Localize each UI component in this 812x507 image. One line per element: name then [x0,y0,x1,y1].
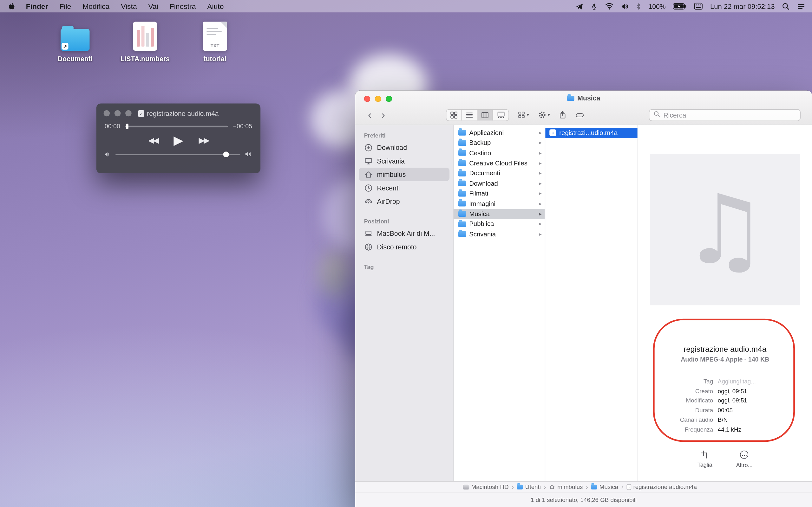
battery-icon[interactable] [673,3,687,9]
folder-row-download[interactable]: Download▶ [454,178,545,188]
icon-view-button[interactable] [446,109,462,120]
menu-item-file[interactable]: File [54,0,77,12]
folder-icon [458,140,466,146]
path-item-utenti[interactable]: Utenti [517,484,541,490]
trim-action-button[interactable]: Taglia [698,450,712,468]
more-action-button[interactable]: … Altro... [736,450,753,468]
bluetooth-icon[interactable] [636,2,641,10]
sidebar-item-label: Recenti [377,184,400,191]
desktop-icon-label: tutorial [204,55,226,62]
path-separator: › [512,483,514,491]
folder-icon [458,191,466,196]
group-by-button[interactable]: ▾ [518,111,529,118]
wifi-icon[interactable] [605,3,614,10]
sidebar-item-mimbulus[interactable]: mimbulus [359,168,450,181]
field-value-modificato: oggi, 09:51 [718,396,812,405]
desktop-icon-documenti[interactable]: ↗ Documenti [49,20,101,62]
spotlight-search-icon[interactable] [782,2,790,10]
folder-row-cestino[interactable]: Cestino▶ [454,148,545,158]
search-input[interactable] [663,111,796,118]
volume-low-icon[interactable] [105,150,111,159]
playhead[interactable] [126,123,129,129]
player-minimize-button[interactable] [114,110,121,117]
folder-name: Immagini [469,200,496,208]
folder-row-documenti[interactable]: Documenti▶ [454,168,545,178]
volume-row [105,150,252,159]
volume-icon[interactable] [621,3,629,9]
folder-name: Scrivania [469,231,496,238]
remaining-time: −00:05 [233,123,252,130]
window-header: Musica ‹ › [355,91,812,125]
folder-row-pubblica[interactable]: Pubblica▶ [454,219,545,229]
player-zoom-button[interactable] [125,110,132,117]
rewind-button[interactable]: ◀◀ [148,135,158,145]
folder-row-backup[interactable]: Backup▶ [454,138,545,148]
path-label: registrazione audio.m4a [633,484,697,490]
gallery-view-button[interactable] [493,109,508,120]
audio-file-icon: ♪ [549,130,556,136]
path-item-musica[interactable]: Musica [591,484,618,490]
laptop-icon [363,229,373,238]
input-source-icon[interactable] [694,3,703,10]
sidebar-item-airdrop[interactable]: AirDrop [359,194,450,208]
path-item-mimbulus[interactable]: mimbulus [549,484,583,490]
chevron-right-icon: ▶ [539,161,542,165]
sidebar-item-scrivania[interactable]: Scrivania [359,154,450,168]
folder-row-filmati[interactable]: Filmati▶ [454,188,545,199]
menu-item-vista[interactable]: Vista [115,0,142,12]
telegram-icon[interactable] [575,2,583,10]
menu-item-finestra[interactable]: Finestra [164,0,201,12]
folder-row-applicazioni[interactable]: Applicazioni▶ [454,128,545,138]
menu-item-aiuto[interactable]: Aiuto [201,0,229,12]
sidebar-item-macbook[interactable]: MacBook Air di M... [359,227,450,240]
volume-slider[interactable] [115,154,240,155]
folder-row-scrivania[interactable]: Scrivania▶ [454,229,545,239]
more-ellipsis-icon: … [740,450,749,458]
desktop-icon-lista-numbers[interactable]: LISTA.numbers [119,20,171,62]
path-item-macintosh-hd[interactable]: Macintosh HD [463,484,509,490]
menu-bar-clock[interactable]: Lun 22 mar 09:52:13 [710,2,774,10]
path-item-registrazione-audio[interactable]: ♪ registrazione audio.m4a [626,484,697,490]
folder-row-creative-cloud-files[interactable]: Creative Cloud Files▶ [454,158,545,168]
folder-row-musica[interactable]: Musica▶ [454,209,545,219]
sidebar-item-label: Disco remoto [377,243,417,250]
player-timeline: 00:00 −00:05 [105,123,252,130]
chevron-down-icon: ▾ [526,112,529,117]
forward-button[interactable]: › [376,108,390,121]
volume-knob[interactable] [223,152,229,158]
status-text: 1 di 1 selezionato, 146,26 GB disponibil… [531,497,637,503]
apple-menu-icon[interactable] [0,2,20,11]
menu-item-vai[interactable]: Vai [143,0,164,12]
folder-name: Pubblica [469,221,494,228]
action-gear-button[interactable]: ▾ [538,111,550,119]
folder-name: Filmati [469,190,488,198]
sidebar-item-recenti[interactable]: Recenti [359,181,450,194]
folder-row-immagini[interactable]: Immagini▶ [454,199,545,209]
microphone-icon[interactable] [591,2,598,10]
desktop-icon-tutorial[interactable]: TXT tutorial [189,20,241,62]
volume-high-icon[interactable] [245,150,252,159]
add-tags-field[interactable]: Aggiungi tag... [718,377,812,386]
player-controls: ◀◀ ▶ ▶▶ [105,131,252,150]
column-view-button[interactable] [477,109,493,120]
chevron-right-icon: ▶ [539,212,542,216]
seek-bar[interactable] [125,125,228,127]
quick-actions: Taglia … Altro... [698,450,753,468]
sidebar-section-header: Posizioni [355,216,453,227]
sidebar-item-disco-remoto[interactable]: Disco remoto [359,240,450,253]
elapsed-time: 00:00 [105,123,120,130]
player-close-button[interactable] [104,110,110,117]
folder-icon [567,95,574,101]
fast-forward-button[interactable]: ▶▶ [199,135,209,145]
menu-item-finder[interactable]: Finder [20,0,54,12]
search-field[interactable] [649,109,801,121]
back-button[interactable]: ‹ [363,108,376,121]
tags-button[interactable] [575,111,584,118]
list-view-button[interactable] [462,109,477,120]
sidebar-item-download[interactable]: Download [359,141,450,154]
play-button[interactable]: ▶ [173,134,183,147]
share-button[interactable] [559,111,566,119]
list-menu-icon[interactable] [797,3,805,9]
file-row-selected[interactable]: ♪ registrazi...udio.m4a [545,128,638,138]
menu-item-modifica[interactable]: Modifica [77,0,115,12]
